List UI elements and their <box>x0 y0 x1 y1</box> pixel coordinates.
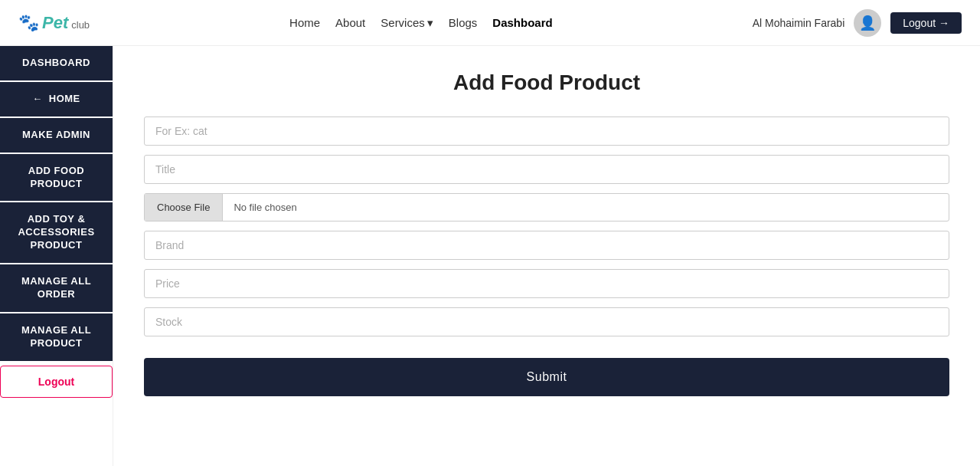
navbar-right: Al Mohaimin Farabi 👤 Logout → <box>753 9 962 37</box>
brand-club-text: club <box>71 19 90 31</box>
page-title: Add Food Product <box>144 71 949 95</box>
nav-link-about[interactable]: About <box>335 16 365 29</box>
brand-input[interactable] <box>144 231 949 260</box>
nav-link-dashboard[interactable]: Dashboard <box>492 16 552 29</box>
brand-pet-text: Pet <box>42 13 68 33</box>
nav-link-home[interactable]: Home <box>289 16 320 29</box>
home-icon: ← <box>32 93 43 106</box>
nav-link-blogs[interactable]: Blogs <box>449 16 478 29</box>
brand-paw-icon: 🐾 <box>18 13 39 33</box>
chevron-down-icon: ▾ <box>427 16 433 30</box>
stock-input[interactable] <box>144 307 949 336</box>
stock-field-group <box>144 307 949 336</box>
sidebar-btn-make-admin[interactable]: MAKE ADMIN <box>0 118 113 153</box>
file-input-wrapper: Choose File No file chosen <box>144 193 949 222</box>
choose-file-button[interactable]: Choose File <box>145 194 223 221</box>
price-field-group <box>144 269 949 298</box>
price-input[interactable] <box>144 269 949 298</box>
navbar-links: Home About Services ▾ Blogs Dashboard <box>289 16 553 30</box>
sidebar-btn-manage-product[interactable]: MANAGE ALL PRODUCT <box>0 313 113 361</box>
brand-field-group <box>144 231 949 260</box>
search-field-group <box>144 116 949 146</box>
avatar: 👤 <box>854 9 881 37</box>
search-input[interactable] <box>144 116 949 146</box>
title-field-group <box>144 155 949 184</box>
logout-nav-button[interactable]: Logout → <box>890 12 962 34</box>
file-name-label: No file chosen <box>223 194 307 221</box>
main-layout: DASHBOARD ← HOME MAKE ADMIN ADD FOOD PRO… <box>0 46 980 466</box>
brand-logo: 🐾 Pet club <box>18 13 90 33</box>
file-field-group: Choose File No file chosen <box>144 193 949 222</box>
sidebar-btn-home[interactable]: ← HOME <box>0 82 113 116</box>
user-name: Al Mohaimin Farabi <box>753 17 845 29</box>
submit-button[interactable]: Submit <box>144 358 949 396</box>
home-label: HOME <box>49 93 80 106</box>
sidebar-btn-add-food[interactable]: ADD FOOD PRODUCT <box>0 154 113 202</box>
nav-link-services[interactable]: Services ▾ <box>381 16 433 30</box>
navbar: 🐾 Pet club Home About Services ▾ Blogs D… <box>0 0 980 46</box>
title-input[interactable] <box>144 155 949 184</box>
services-label: Services <box>381 16 425 29</box>
sidebar-btn-manage-order[interactable]: MANAGE ALL ORDER <box>0 264 113 312</box>
sidebar-logout-button[interactable]: Logout <box>0 366 113 398</box>
sidebar-btn-add-toy[interactable]: ADD TOY & ACCESSORIES PRODUCT <box>0 202 113 263</box>
main-content: Add Food Product Choose File No file cho… <box>113 46 980 466</box>
sidebar: DASHBOARD ← HOME MAKE ADMIN ADD FOOD PRO… <box>0 46 113 466</box>
sidebar-btn-dashboard[interactable]: DASHBOARD <box>0 46 113 80</box>
